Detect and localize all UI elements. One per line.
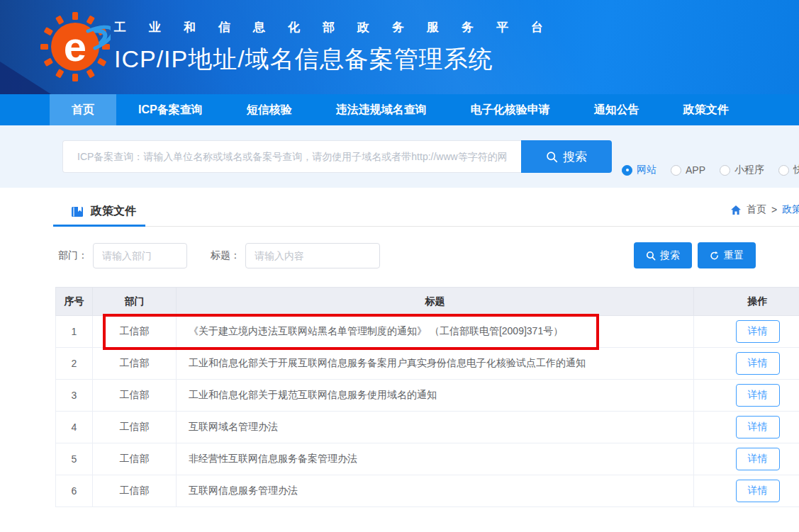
nav-item-sms-verify[interactable]: 短信核验	[225, 94, 314, 125]
table-row: 4 工信部 互联网域名管理办法 详情	[56, 412, 799, 443]
platform-title: 工业和信息化部政务服务平台	[114, 19, 566, 35]
nav-item-electronic-verify[interactable]: 电子化核验申请	[449, 94, 572, 125]
filter-search-label: 搜索	[660, 249, 680, 262]
nav-item-icp-query[interactable]: ICP备案查询	[116, 94, 225, 125]
row-dept: 工信部	[93, 348, 177, 380]
icp-search-button[interactable]: 搜索	[521, 140, 612, 173]
system-title: ICP/IP地址/域名信息备案管理系统	[114, 43, 566, 76]
search-icon	[546, 151, 558, 163]
detail-button[interactable]: 详情	[736, 384, 780, 407]
col-header-title: 标题	[177, 288, 694, 316]
site-header: e 工业和信息化部政务服务平台 ICP/IP地址/域名信息备案管理系统	[0, 0, 799, 94]
row-dept: 工信部	[93, 316, 177, 348]
detail-button[interactable]: 详情	[736, 320, 780, 343]
row-title: 《关于建立境内违法互联网站黑名单管理制度的通知》 （工信部联电管[2009]37…	[177, 316, 694, 348]
radio-unselected-icon	[720, 165, 730, 176]
policy-table: 序号 部门 标题 操作 1 工信部 《关于建立境内违法互联网站黑名单管理制度的通…	[55, 287, 799, 507]
icp-search-button-label: 搜索	[563, 149, 587, 165]
row-title: 非经营性互联网信息服务备案管理办法	[177, 443, 694, 475]
title-filter-input[interactable]	[245, 243, 380, 268]
breadcrumb-current: 政策文件	[782, 203, 799, 216]
row-title: 工业和信息化部关于规范互联网信息服务使用域名的通知	[177, 380, 694, 412]
radio-selected-icon	[622, 165, 632, 176]
row-no: 2	[56, 348, 93, 380]
breadcrumb-home[interactable]: 首页	[747, 203, 766, 216]
radio-mini-program[interactable]: 小程序	[720, 164, 764, 176]
reset-icon	[710, 251, 720, 261]
section-head: 政策文件 首页 > 政策文件	[0, 188, 799, 228]
col-header-action: 操作	[694, 288, 799, 316]
detail-button[interactable]: 详情	[736, 480, 780, 502]
radio-quick-app[interactable]: 快应用	[778, 164, 799, 176]
filter-reset-label: 重置	[724, 249, 744, 262]
row-no: 1	[56, 316, 93, 348]
detail-button[interactable]: 详情	[736, 416, 780, 438]
radio-app[interactable]: APP	[671, 164, 705, 176]
dept-filter-input[interactable]	[93, 243, 187, 268]
home-icon	[730, 205, 742, 215]
table-row: 2 工信部 工业和信息化部关于开展互联网信息服务备案用户真实身份信息电子化核验试…	[56, 348, 799, 380]
table-row: 5 工信部 非经营性互联网信息服务备案管理办法 详情	[56, 443, 799, 475]
nav-item-home[interactable]: 首页	[50, 94, 116, 125]
search-type-radio-group: 网站 APP 小程序 快应用	[622, 164, 799, 176]
section-divider	[53, 226, 799, 227]
table-header-row: 序号 部门 标题 操作	[56, 288, 799, 316]
row-title: 互联网域名管理办法	[177, 412, 694, 443]
col-header-no: 序号	[56, 288, 93, 316]
radio-unselected-icon	[671, 165, 681, 176]
row-dept: 工信部	[93, 412, 177, 443]
nav-item-policy-files[interactable]: 政策文件	[661, 94, 751, 125]
section-title: 政策文件	[91, 204, 136, 219]
row-no: 4	[56, 412, 93, 443]
policy-file-icon	[71, 205, 84, 218]
icp-search-strip: 搜索 网站 APP 小程序 快应用	[0, 125, 799, 188]
detail-button[interactable]: 详情	[736, 448, 780, 470]
row-no: 6	[56, 475, 93, 507]
detail-button[interactable]: 详情	[736, 352, 780, 375]
row-title: 工业和信息化部关于开展互联网信息服务备案用户真实身份信息电子化核验试点工作的通知	[177, 348, 694, 380]
main-nav: 首页 ICP备案查询 短信核验 违法违规域名查询 电子化核验申请 通知公告 政策…	[0, 94, 799, 125]
gear-e-logo-icon: e	[40, 11, 111, 82]
row-no: 3	[56, 380, 93, 412]
table-row: 3 工信部 工业和信息化部关于规范互联网信息服务使用域名的通知 详情	[56, 380, 799, 412]
svg-text:e: e	[64, 23, 86, 69]
icp-search-input[interactable]	[62, 140, 521, 173]
filter-row: 部门： 标题： 搜索 重置	[0, 242, 799, 268]
policy-files-tab: 政策文件	[71, 204, 136, 219]
table-row: 6 工信部 互联网信息服务管理办法 详情	[56, 475, 799, 507]
radio-website[interactable]: 网站	[622, 164, 656, 176]
nav-item-illegal-domain-query[interactable]: 违法违规域名查询	[314, 94, 449, 125]
row-dept: 工信部	[93, 380, 177, 412]
breadcrumb-separator: >	[771, 204, 777, 215]
nav-item-notices[interactable]: 通知公告	[572, 94, 661, 125]
col-header-dept: 部门	[93, 288, 177, 316]
dept-filter-label: 部门：	[58, 249, 88, 262]
search-icon	[646, 251, 656, 261]
filter-search-button[interactable]: 搜索	[634, 242, 692, 268]
table-row: 1 工信部 《关于建立境内违法互联网站黑名单管理制度的通知》 （工信部联电管[2…	[56, 316, 799, 348]
breadcrumb: 首页 > 政策文件	[730, 203, 799, 216]
tab-underline	[53, 225, 145, 227]
row-dept: 工信部	[93, 475, 177, 507]
row-no: 5	[56, 443, 93, 475]
row-dept: 工信部	[93, 443, 177, 475]
filter-reset-button[interactable]: 重置	[698, 242, 756, 268]
row-title: 互联网信息服务管理办法	[177, 475, 694, 507]
radio-unselected-icon	[778, 165, 789, 176]
title-filter-label: 标题：	[211, 249, 240, 262]
